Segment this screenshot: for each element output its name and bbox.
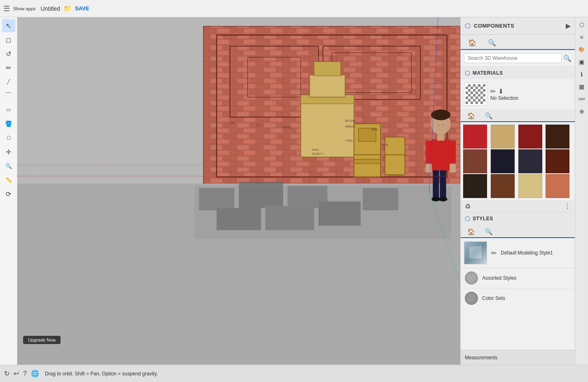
line-tool[interactable]: ╱ <box>2 75 15 88</box>
svg-rect-15 <box>239 182 283 208</box>
bottombar: ↻ ↩ ? 🌐 Drag to orbit. Shift = Pan, Opti… <box>0 365 588 382</box>
svg-rect-27 <box>354 155 381 177</box>
components-ri-button[interactable]: ⬡ <box>576 19 588 31</box>
more-options-button[interactable]: ⋮ <box>564 203 571 210</box>
edit-style-button[interactable]: ✏ <box>491 249 497 257</box>
svg-rect-17 <box>217 208 261 230</box>
pencil-tool[interactable]: ✏ <box>2 61 15 74</box>
topbar: ☰ Show apps Untitled 📁 SAVE <box>0 0 588 17</box>
select-tool[interactable]: ↖ <box>2 19 15 32</box>
color-swatch-brown[interactable] <box>463 149 487 173</box>
styles-icon: ⬡ <box>465 215 470 222</box>
layers-ri-button[interactable]: ≡ <box>576 31 588 43</box>
components-tab-home[interactable]: 🏠 <box>464 36 480 50</box>
material-actions: ✏ ⬇ <box>490 87 518 95</box>
color-grid <box>461 122 575 200</box>
color-swatch-rust-brown[interactable] <box>546 149 569 173</box>
canvas-area[interactable]: Lo... Lo... Sma... all Side allBack Mus.… <box>17 17 460 365</box>
material-swatch <box>464 83 487 106</box>
orbit-tool[interactable]: ↺ <box>2 47 15 60</box>
glasses-ri-button[interactable]: 👓 <box>576 93 588 105</box>
document-title[interactable]: Untitled <box>40 5 60 12</box>
help-icon[interactable]: ? <box>23 370 27 377</box>
svg-rect-20 <box>363 188 398 210</box>
save-button[interactable]: SAVE <box>75 5 89 12</box>
panel-expand-button[interactable]: ▶ <box>566 22 571 30</box>
zoom-tool[interactable]: 🔍 <box>2 159 15 172</box>
panel-main: ⬡ COMPONENTS ▶ 🏠 🔍 🔍 ⬡ MATERIALS <box>461 17 575 365</box>
styles-tab-search[interactable]: 🔍 <box>482 226 496 238</box>
svg-rect-18 <box>265 206 314 230</box>
upgrade-now-button[interactable]: Upgrade Now <box>23 336 61 344</box>
svg-rect-23 <box>310 75 345 97</box>
move-tool[interactable]: ✛ <box>2 145 15 158</box>
components-tab-search[interactable]: 🔍 <box>484 36 500 50</box>
push-pull-tool[interactable]: ⬡ <box>2 131 15 144</box>
color-sets-icon <box>465 292 478 305</box>
entity-info-ri-button[interactable]: ℹ <box>576 68 588 80</box>
globe-icon[interactable]: 🌐 <box>31 370 39 377</box>
undo-status-icon[interactable]: ↩ <box>14 370 19 377</box>
arc-tool[interactable]: ⌒ <box>2 89 15 102</box>
color-swatch-tan[interactable] <box>491 125 515 149</box>
styles-tab-home[interactable]: 🏠 <box>464 226 478 238</box>
color-swatch-dark-navy[interactable] <box>491 149 515 173</box>
color-sets-label: Color Sets <box>482 295 505 301</box>
materials-ri-button[interactable]: ▦ <box>576 81 588 92</box>
color-swatch-red[interactable] <box>463 125 487 149</box>
svg-rect-48 <box>450 141 456 165</box>
styles-ri-button[interactable]: 🎨 <box>576 44 588 55</box>
material-name-label: No Selection <box>490 95 518 101</box>
rotate-tool[interactable]: ⟳ <box>2 187 15 200</box>
color-swatch-dark-red[interactable] <box>518 125 542 149</box>
edit-material-button[interactable]: ✏ <box>490 87 496 95</box>
extension-ri-button[interactable]: ⊕ <box>576 106 588 117</box>
color-swatch-medium-brown[interactable] <box>491 174 515 198</box>
svg-point-44 <box>438 197 447 201</box>
material-tab-search[interactable]: 🔍 <box>482 111 496 122</box>
search-input[interactable] <box>464 53 562 63</box>
material-grid-tabs: 🏠 🔍 <box>461 109 575 122</box>
material-footer: ♻ ⋮ <box>461 200 575 212</box>
search-row: 🔍 <box>461 50 575 66</box>
rectangle-tool[interactable]: ▭ <box>2 103 15 116</box>
main-area: ↖ ◻ ↺ ✏ ╱ ⌒ ▭ 🪣 ⬡ ✛ 🔍 📏 ⟳ <box>0 17 588 365</box>
style-list-item-assorted[interactable]: Assorted Styles <box>461 268 575 288</box>
color-swatch-dark-brown[interactable] <box>546 125 569 149</box>
show-apps-label[interactable]: Show apps <box>13 6 35 11</box>
measurements-label: Measurements <box>465 355 497 361</box>
svg-point-52 <box>431 110 450 120</box>
style-preview-row: ✏ Default Modeling Style1 <box>461 238 575 268</box>
measurements-bar: Measurements <box>461 350 575 365</box>
svg-rect-45 <box>431 139 450 170</box>
orbit-status-icon[interactable]: ↻ <box>4 370 9 377</box>
color-swatch-very-dark-brown[interactable] <box>463 174 487 198</box>
recycle-button[interactable]: ♻ <box>465 203 471 210</box>
download-material-button[interactable]: ⬇ <box>498 87 504 95</box>
styles-section-header: ⬡ STYLES <box>461 212 575 225</box>
scenes-ri-button[interactable]: ▣ <box>576 56 588 68</box>
svg-rect-19 <box>319 201 361 226</box>
panel-scroll[interactable]: ⬡ MATERIALS ✏ ⬇ No Selection <box>461 66 575 350</box>
color-swatch-brick[interactable] <box>546 174 569 198</box>
left-toolbar: ↖ ◻ ↺ ✏ ╱ ⌒ ▭ 🪣 ⬡ ✛ 🔍 📏 ⟳ <box>0 17 17 365</box>
svg-text:all Side: all Side <box>345 119 356 123</box>
paint-tool[interactable]: 🪣 <box>2 117 15 130</box>
tape-tool[interactable]: 📏 <box>2 173 15 186</box>
material-preview: ✏ ⬇ No Selection <box>461 79 575 109</box>
styles-title: STYLES <box>473 216 493 222</box>
svg-rect-24 <box>314 62 341 76</box>
search-button[interactable]: 🔍 <box>563 54 572 62</box>
style-thumbnail <box>464 241 487 264</box>
style-list-item-color-sets[interactable]: Color Sets <box>461 288 575 308</box>
material-tab-home[interactable]: 🏠 <box>464 111 478 122</box>
file-icon[interactable]: 📁 <box>63 5 72 12</box>
menu-icon[interactable]: ☰ <box>3 4 10 13</box>
color-swatch-dark-gray[interactable] <box>518 149 542 173</box>
eraser-tool[interactable]: ◻ <box>2 33 15 46</box>
svg-text:Mus...: Mus... <box>372 127 380 131</box>
color-swatch-sandy[interactable] <box>518 174 542 198</box>
status-text: Drag to orbit. Shift = Pan, Option = sus… <box>45 371 158 377</box>
scene-svg: Lo... Lo... Sma... all Side allBack Mus.… <box>17 17 460 365</box>
svg-rect-47 <box>426 164 432 173</box>
